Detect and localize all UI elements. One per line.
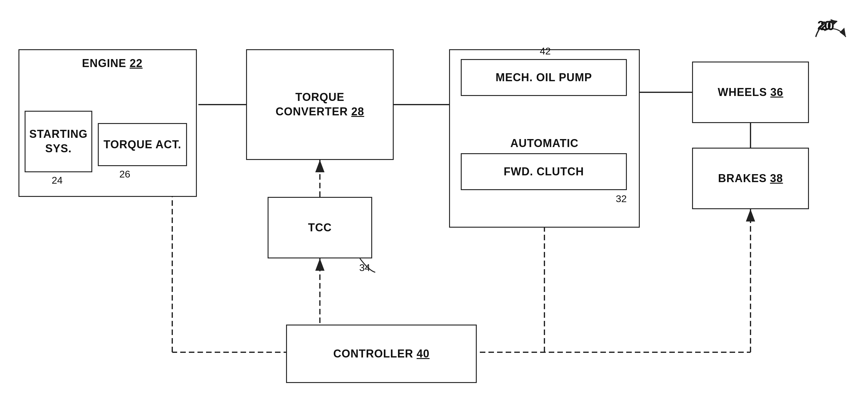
controller-box: CONTROLLER 40: [286, 325, 477, 383]
brakes-box: BRAKES 38: [692, 148, 809, 209]
svg-marker-14: [746, 209, 755, 221]
torque-converter-box: TORQUECONVERTER 28: [246, 49, 394, 160]
wheels-box: WHEELS 36: [692, 62, 809, 123]
torque-converter-label: TORQUECONVERTER 28: [276, 90, 364, 119]
torque-converter-ref: 28: [351, 105, 364, 118]
mech-oil-pump-box: MECH. OIL PUMP: [461, 59, 627, 96]
svg-marker-18: [831, 19, 837, 26]
tcc-ref: 34: [359, 262, 370, 273]
engine-ref: 22: [129, 57, 143, 69]
torque-act-label: TORQUE ACT.: [103, 138, 181, 152]
brakes-label: BRAKES 38: [718, 171, 783, 186]
diagram: 20: [0, 0, 868, 419]
fwd-clutch-ref: 32: [616, 193, 627, 205]
engine-label: ENGINE 22: [82, 56, 143, 71]
wheels-label: WHEELS 36: [718, 85, 783, 100]
mech-oil-pump-label: MECH. OIL PUMP: [496, 70, 592, 85]
mech-oil-pump-ref: 42: [540, 46, 551, 57]
svg-marker-16: [315, 160, 324, 172]
torque-act-box: TORQUE ACT.: [98, 123, 187, 166]
fwd-clutch-box: FWD. CLUTCH: [461, 153, 627, 190]
starting-sys-box: STARTINGSYS.: [25, 111, 92, 172]
controller-ref: 40: [416, 347, 429, 360]
wheels-ref: 36: [770, 86, 783, 98]
tcc-box: TCC: [268, 197, 372, 259]
brakes-ref: 38: [770, 172, 783, 185]
tcc-label: TCC: [308, 220, 332, 235]
starting-sys-ref: 24: [52, 175, 63, 186]
fwd-clutch-label: FWD. CLUTCH: [504, 164, 584, 179]
diagram-20-arrow: [810, 12, 846, 43]
torque-act-ref: 26: [119, 169, 130, 180]
svg-marker-8: [315, 259, 324, 271]
starting-sys-label: STARTINGSYS.: [29, 127, 87, 156]
controller-label: CONTROLLER 40: [333, 347, 429, 361]
